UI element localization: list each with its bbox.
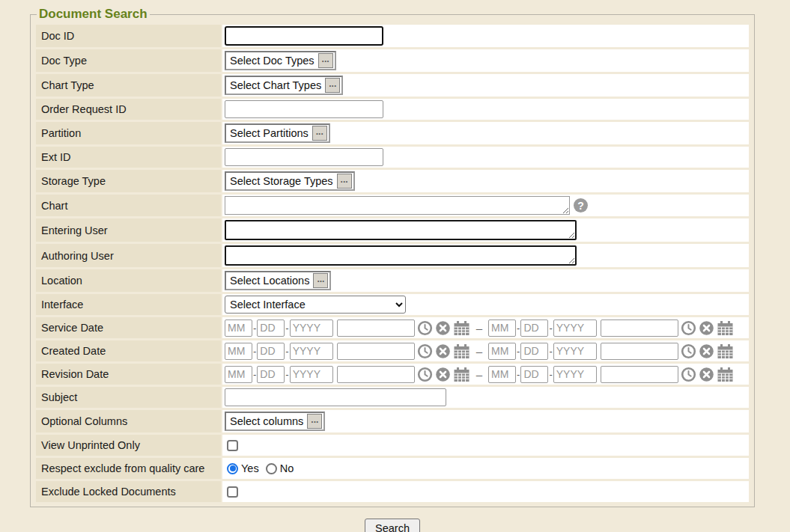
clear-icon[interactable] (435, 343, 451, 359)
entering-user-textarea[interactable] (225, 220, 577, 240)
optional-columns-picker[interactable]: Select columns ... (225, 412, 325, 431)
calendar-icon[interactable] (453, 343, 470, 359)
revision-start-day-input[interactable] (257, 366, 285, 383)
service-end-month-input[interactable] (488, 319, 516, 337)
view-unprinted-checkbox[interactable] (227, 440, 238, 451)
quality-care-radio-yes[interactable] (227, 463, 238, 474)
revision-end-time-input[interactable] (601, 366, 678, 383)
doc-type-ellipsis-button[interactable]: ... (318, 53, 333, 68)
form-row-partition: Partition Select Partitions ... (36, 122, 749, 144)
partition-label: Partition (36, 122, 221, 144)
date-separator: - (253, 322, 256, 334)
subject-input[interactable] (225, 388, 446, 406)
location-picker-label: Select Locations (230, 275, 313, 287)
form-row-chart-type: Chart Type Select Chart Types ... (36, 74, 749, 97)
calendar-icon[interactable] (717, 367, 734, 382)
help-icon[interactable]: ? (574, 198, 588, 213)
revision-start-time-input[interactable] (337, 366, 415, 383)
created-start-day-input[interactable] (257, 343, 285, 360)
authoring-user-textarea[interactable] (225, 245, 577, 266)
form-row-storage-type: Storage Type Select Storage Types ... (36, 170, 749, 192)
doc-id-input[interactable] (225, 26, 383, 46)
service-start-time-input[interactable] (337, 319, 415, 337)
partition-ellipsis-button[interactable]: ... (312, 126, 327, 141)
created-start-year-input[interactable] (290, 343, 333, 360)
search-button[interactable]: Search (365, 519, 420, 532)
form-row-optional-columns: Optional Columns Select columns ... (36, 410, 749, 432)
clock-icon[interactable] (417, 320, 433, 336)
doc-id-label: Doc ID (36, 25, 221, 47)
calendar-icon[interactable] (717, 343, 734, 359)
chart-type-picker-label: Select Chart Types (230, 79, 325, 91)
chart-type-ellipsis-button[interactable]: ... (325, 78, 340, 93)
revision-end-month-input[interactable] (488, 366, 516, 383)
service-end-year-input[interactable] (553, 319, 597, 337)
location-ellipsis-button[interactable]: ... (313, 273, 328, 288)
order-request-id-input[interactable] (225, 100, 383, 118)
service-end-day-input[interactable] (520, 319, 548, 337)
calendar-icon[interactable] (453, 320, 470, 336)
doc-type-picker[interactable]: Select Doc Types ... (225, 51, 336, 70)
form-row-doc-id: Doc ID (36, 25, 749, 47)
clock-icon[interactable] (417, 367, 433, 382)
clear-icon[interactable] (699, 367, 714, 382)
created-start-month-input[interactable] (225, 343, 252, 360)
optional-columns-picker-label: Select columns (230, 415, 307, 427)
form-row-quality-care: Respect exclude from quality care Yes No (36, 458, 749, 479)
exclude-locked-checkbox[interactable] (227, 486, 238, 498)
ext-id-label: Ext ID (36, 147, 221, 168)
date-separator: - (517, 346, 520, 357)
quality-care-radio-yes-label: Yes (241, 462, 259, 474)
quality-care-radio-no-label: No (280, 462, 294, 474)
exclude-locked-label: Exclude Locked Documents (36, 481, 221, 502)
date-separator: - (517, 322, 520, 334)
form-row-interface: Interface Select Interface (36, 294, 749, 315)
clock-icon[interactable] (681, 367, 696, 382)
created-end-time-input[interactable] (601, 343, 678, 360)
partition-picker[interactable]: Select Partitions ... (225, 123, 330, 143)
service-start-year-input[interactable] (290, 319, 333, 337)
partition-picker-label: Select Partitions (230, 127, 312, 139)
service-end-time-input[interactable] (601, 319, 678, 337)
form-row-subject: Subject (36, 387, 749, 408)
search-bar: Search (30, 519, 755, 532)
clear-icon[interactable] (435, 320, 451, 336)
revision-start-month-input[interactable] (225, 366, 252, 383)
revision-start-year-input[interactable] (290, 366, 333, 383)
service-start-month-input[interactable] (225, 319, 252, 337)
ext-id-input[interactable] (225, 148, 383, 166)
clear-icon[interactable] (435, 367, 451, 382)
service-start-day-input[interactable] (257, 319, 285, 337)
revision-date-label: Revision Date (36, 364, 221, 385)
document-search-fieldset: Document Search Doc ID Doc Type Select D… (30, 7, 755, 507)
created-end-month-input[interactable] (488, 343, 516, 360)
clock-icon[interactable] (417, 343, 433, 359)
form-row-authoring-user: Authoring User (36, 244, 749, 267)
interface-label: Interface (36, 294, 221, 315)
chart-type-picker[interactable]: Select Chart Types ... (225, 76, 343, 95)
subject-label: Subject (36, 387, 221, 408)
storage-type-ellipsis-button[interactable]: ... (337, 174, 352, 189)
interface-select[interactable]: Select Interface (225, 296, 406, 314)
created-start-time-input[interactable] (337, 343, 415, 360)
chart-type-label: Chart Type (36, 74, 221, 97)
storage-type-picker[interactable]: Select Storage Types ... (225, 171, 355, 191)
calendar-icon[interactable] (453, 367, 470, 382)
revision-end-day-input[interactable] (520, 366, 548, 383)
location-picker[interactable]: Select Locations ... (225, 271, 331, 290)
optional-columns-ellipsis-button[interactable]: ... (307, 414, 322, 429)
clock-icon[interactable] (681, 320, 696, 336)
doc-type-picker-label: Select Doc Types (230, 55, 318, 67)
date-separator: - (549, 369, 552, 380)
quality-care-radio-no[interactable] (266, 463, 277, 474)
clock-icon[interactable] (681, 343, 696, 359)
chart-textarea[interactable] (225, 196, 570, 215)
created-end-year-input[interactable] (553, 343, 597, 360)
date-separator: - (517, 369, 520, 380)
form-row-chart: Chart ? (36, 195, 749, 216)
clear-icon[interactable] (699, 320, 714, 336)
calendar-icon[interactable] (717, 320, 734, 336)
revision-end-year-input[interactable] (553, 366, 597, 383)
clear-icon[interactable] (699, 343, 714, 359)
created-end-day-input[interactable] (520, 343, 548, 360)
